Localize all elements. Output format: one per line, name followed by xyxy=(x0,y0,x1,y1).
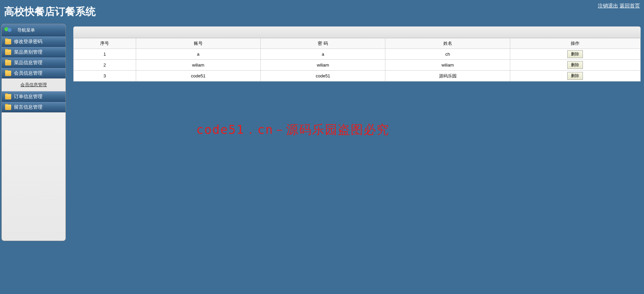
folder-icon xyxy=(5,39,11,44)
cell-account: a xyxy=(136,49,260,60)
header-links: 注销退出 返回首页 xyxy=(598,3,640,9)
home-link[interactable]: 返回首页 xyxy=(620,3,640,9)
menu-item-messages[interactable]: 留言信息管理 xyxy=(2,102,66,112)
logout-link[interactable]: 注销退出 xyxy=(598,3,618,9)
submenu-member-manage[interactable]: 会员信息管理 xyxy=(2,78,66,91)
cell-name: ch xyxy=(385,49,510,60)
delete-button[interactable]: 删除 xyxy=(567,61,583,69)
main-container: 导航菜单 修改登录密码 菜品类别管理 菜品信息管理 会员信息管理 会员信息管理 … xyxy=(0,23,644,294)
folder-icon xyxy=(5,105,11,110)
sidebar-header: 导航菜单 xyxy=(2,24,66,36)
sidebar: 导航菜单 修改登录密码 菜品类别管理 菜品信息管理 会员信息管理 会员信息管理 … xyxy=(1,24,66,241)
members-table: 序号 账号 密 码 姓名 操作 1 a a ch 删除 xyxy=(73,38,641,81)
menu-item-members[interactable]: 会员信息管理 xyxy=(2,68,66,78)
folder-icon xyxy=(5,50,11,55)
folder-icon xyxy=(5,71,11,76)
cell-password: a xyxy=(261,49,385,60)
app-title: 高校快餐店订餐系统 xyxy=(4,3,96,19)
cell-account: wiliam xyxy=(136,60,260,71)
cell-account: code51 xyxy=(136,71,260,81)
cell-name: 源码乐园 xyxy=(385,71,510,81)
th-action: 操作 xyxy=(510,38,640,49)
menu-label: 会员信息管理 xyxy=(14,70,42,76)
menu-item-orders[interactable]: 订单信息管理 xyxy=(2,91,66,102)
th-seq: 序号 xyxy=(74,38,136,49)
cell-name: wiliam xyxy=(385,60,510,71)
menu-item-password[interactable]: 修改登录密码 xyxy=(2,36,66,47)
cell-seq: 3 xyxy=(74,71,136,81)
cell-password: wiliam xyxy=(261,60,385,71)
watermark-text: code51．cn－源码乐园盗图必究 xyxy=(196,122,389,138)
users-icon xyxy=(4,26,12,34)
content-topbar xyxy=(73,26,641,38)
table-row: 2 wiliam wiliam wiliam 删除 xyxy=(74,60,641,71)
th-password: 密 码 xyxy=(261,38,385,49)
content-panel: 序号 账号 密 码 姓名 操作 1 a a ch 删除 xyxy=(73,26,641,81)
th-name: 姓名 xyxy=(385,38,510,49)
menu-label: 菜品类别管理 xyxy=(14,49,42,55)
menu-label: 订单信息管理 xyxy=(14,94,42,100)
cell-password: code51 xyxy=(261,71,385,81)
th-account: 账号 xyxy=(136,38,260,49)
menu-item-dishes[interactable]: 菜品信息管理 xyxy=(2,57,66,68)
submenu-label: 会员信息管理 xyxy=(20,82,47,88)
menu-label: 菜品信息管理 xyxy=(14,60,42,66)
menu-label: 修改登录密码 xyxy=(14,39,42,45)
menu-label: 留言信息管理 xyxy=(14,104,42,110)
nav-menu-label: 导航菜单 xyxy=(17,27,35,33)
table-row: 1 a a ch 删除 xyxy=(74,49,641,60)
menu-item-category[interactable]: 菜品类别管理 xyxy=(2,47,66,57)
folder-icon xyxy=(5,94,11,99)
cell-seq: 1 xyxy=(74,49,136,60)
cell-action: 删除 xyxy=(510,60,640,71)
cell-action: 删除 xyxy=(510,71,640,81)
delete-button[interactable]: 删除 xyxy=(567,72,583,80)
table-header-row: 序号 账号 密 码 姓名 操作 xyxy=(74,38,641,49)
folder-icon xyxy=(5,60,11,66)
content-area: 序号 账号 密 码 姓名 操作 1 a a ch 删除 xyxy=(67,23,644,294)
cell-seq: 2 xyxy=(74,60,136,71)
table-row: 3 code51 code51 源码乐园 删除 xyxy=(74,71,641,81)
header: 高校快餐店订餐系统 注销退出 返回首页 xyxy=(0,0,644,23)
cell-action: 删除 xyxy=(510,49,640,60)
delete-button[interactable]: 删除 xyxy=(567,50,583,58)
